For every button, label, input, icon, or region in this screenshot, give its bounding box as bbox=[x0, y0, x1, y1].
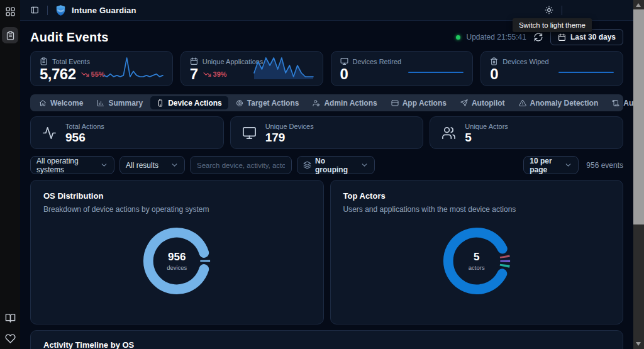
trending-down-icon bbox=[203, 70, 211, 79]
main-area: Intune Guardian Audit Events Updated 21:… bbox=[20, 0, 633, 349]
metric-value: 956 bbox=[65, 131, 104, 143]
shield-logo bbox=[55, 4, 67, 16]
chart-subtitle: Breakdown of device actions by operating… bbox=[43, 205, 311, 214]
metric-card-unique-actors: Unique Actors 5 bbox=[430, 116, 623, 149]
donut-center: 956 devices bbox=[140, 224, 214, 298]
kpi-value: 0 bbox=[340, 67, 348, 82]
trash-icon bbox=[490, 57, 498, 65]
donut-center: 5 actors bbox=[440, 224, 514, 298]
tab-anomaly-detection[interactable]: Anomaly Detection bbox=[513, 96, 605, 109]
kpi-label: Devices Retired bbox=[353, 58, 402, 65]
grouping-select[interactable]: No grouping bbox=[297, 156, 375, 174]
top-actors-card: Top Actors Users and applications with t… bbox=[330, 180, 624, 324]
target-icon bbox=[236, 99, 243, 107]
results-filter-select[interactable]: All results bbox=[119, 156, 185, 174]
calendar-icon bbox=[190, 57, 198, 65]
kpi-card-total-events: Total Events 5,762 55% bbox=[30, 51, 173, 86]
metric-card-unique-devices: Unique Devices 179 bbox=[230, 116, 424, 149]
metric-value: 5 bbox=[465, 131, 508, 143]
book-open-icon[interactable] bbox=[5, 313, 16, 323]
heart-icon[interactable] bbox=[5, 333, 16, 344]
kpi-card-devices-retired: Devices Retired 0 bbox=[331, 51, 474, 86]
monitor-icon bbox=[242, 126, 257, 140]
page-title: Audit Events bbox=[30, 30, 109, 45]
metric-card-total-actions: Total Actions 956 bbox=[30, 116, 224, 149]
activity-timeline-card: Activity Timeline by OS bbox=[30, 330, 623, 349]
metric-label: Unique Devices bbox=[265, 123, 314, 130]
app-window-icon bbox=[391, 99, 399, 107]
calendar-icon bbox=[558, 33, 566, 42]
scroll-down-arrow[interactable] bbox=[636, 342, 641, 346]
chart-title: Top Actors bbox=[343, 191, 611, 201]
metric-label: Unique Actors bbox=[465, 123, 508, 130]
intune-guardian-app: Intune Guardian Audit Events Updated 21:… bbox=[0, 0, 644, 349]
events-count: 956 events bbox=[586, 161, 623, 170]
updated-timestamp: Updated 21:55:41 bbox=[467, 33, 526, 42]
search-input[interactable] bbox=[190, 156, 292, 174]
kpi-value: 5,762 bbox=[40, 67, 76, 82]
scroll-icon bbox=[612, 99, 619, 107]
smartphone-icon bbox=[157, 99, 164, 107]
clipboard-icon[interactable] bbox=[2, 27, 18, 43]
kpi-value: 7 bbox=[190, 67, 198, 82]
alert-triangle-icon bbox=[519, 99, 526, 107]
chart-row: OS Distribution Breakdown of device acti… bbox=[30, 180, 623, 324]
filter-row: All operating systems All results No gro… bbox=[30, 156, 623, 174]
kpi-label: Total Events bbox=[52, 58, 90, 65]
scrollbar-thumb[interactable] bbox=[633, 9, 644, 224]
total-events-sparkline bbox=[103, 55, 164, 80]
chevron-down-icon bbox=[564, 161, 572, 169]
scroll-up-arrow[interactable] bbox=[636, 3, 641, 7]
metric-row: Total Actions 956 Unique Devices 179 Uni… bbox=[30, 116, 623, 149]
apps-grid-icon[interactable] bbox=[5, 6, 16, 17]
kpi-trend: 55% bbox=[81, 70, 105, 79]
devices-retired-sparkline bbox=[408, 69, 464, 75]
chart-subtitle: Users and applications with the most dev… bbox=[343, 205, 611, 214]
kpi-label: Devices Wiped bbox=[502, 58, 548, 65]
rocket-icon bbox=[460, 99, 468, 107]
refresh-icon[interactable] bbox=[533, 31, 544, 43]
panel-toggle-icon[interactable] bbox=[29, 4, 40, 16]
theme-tooltip: Switch to light theme bbox=[513, 18, 592, 32]
clipboard-icon bbox=[40, 57, 48, 65]
topbar-divider bbox=[562, 6, 562, 15]
date-range-label: Last 30 days bbox=[570, 33, 616, 42]
bar-chart-icon bbox=[97, 99, 104, 107]
chart-title: OS Distribution bbox=[43, 191, 311, 201]
monitor-icon bbox=[340, 57, 348, 65]
home-icon bbox=[39, 99, 47, 107]
vertical-scrollbar[interactable] bbox=[633, 0, 644, 349]
metric-value: 179 bbox=[265, 131, 314, 143]
tab-autopilot[interactable]: Autopilot bbox=[454, 96, 511, 109]
tab-app-actions[interactable]: App Actions bbox=[385, 96, 453, 109]
tab-summary[interactable]: Summary bbox=[91, 96, 149, 109]
chevron-down-icon bbox=[100, 161, 108, 169]
os-filter-select[interactable]: All operating systems bbox=[30, 156, 114, 174]
kpi-value: 0 bbox=[490, 67, 498, 82]
left-rail bbox=[0, 0, 20, 349]
unique-applications-sparkline bbox=[253, 55, 314, 80]
os-distribution-card: OS Distribution Breakdown of device acti… bbox=[30, 180, 324, 324]
layers-icon bbox=[303, 161, 311, 169]
tab-admin-actions[interactable]: Admin Actions bbox=[306, 96, 383, 109]
activity-icon bbox=[42, 126, 57, 140]
chevron-down-icon bbox=[170, 161, 179, 169]
tab-device-actions[interactable]: Device Actions bbox=[150, 96, 228, 109]
tab-target-actions[interactable]: Target Actions bbox=[230, 96, 306, 109]
kpi-trend: 39% bbox=[203, 70, 227, 79]
chevron-down-icon bbox=[360, 161, 369, 169]
app-title: Intune Guardian bbox=[72, 6, 136, 15]
topbar-divider bbox=[47, 6, 48, 15]
user-gear-icon bbox=[313, 99, 320, 107]
devices-wiped-sparkline bbox=[558, 69, 614, 75]
tab-bar: Welcome Summary Device Actions Target Ac… bbox=[30, 94, 623, 111]
chart-title: Activity Timeline by OS bbox=[43, 340, 610, 349]
theme-toggle-sun-icon[interactable] bbox=[543, 4, 555, 16]
page-size-select[interactable]: 10 per page bbox=[523, 156, 579, 174]
kpi-row: Total Events 5,762 55% Unique Applicatio… bbox=[30, 51, 623, 86]
kpi-card-devices-wiped: Devices Wiped 0 bbox=[480, 51, 623, 86]
users-icon bbox=[441, 126, 456, 140]
metric-label: Total Actions bbox=[65, 123, 104, 130]
status-dot bbox=[456, 35, 460, 40]
tab-welcome[interactable]: Welcome bbox=[33, 96, 89, 109]
